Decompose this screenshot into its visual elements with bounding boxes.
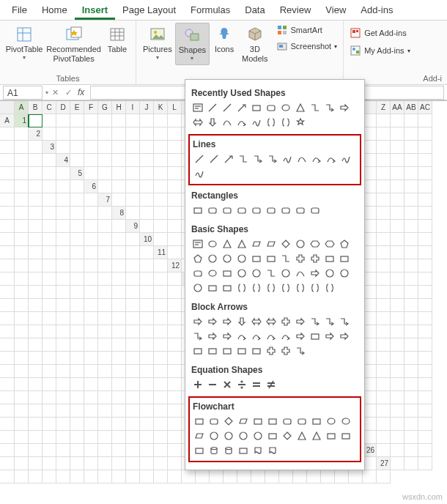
cell[interactable] xyxy=(126,167,140,180)
cell[interactable] xyxy=(168,391,182,404)
cell[interactable] xyxy=(43,444,56,457)
cell[interactable] xyxy=(70,180,84,193)
cell[interactable] xyxy=(404,233,418,246)
cell[interactable] xyxy=(404,180,418,193)
cell[interactable] xyxy=(0,391,15,404)
cell[interactable] xyxy=(15,418,29,431)
cell[interactable] xyxy=(98,444,112,457)
cell[interactable] xyxy=(168,352,182,365)
cell[interactable] xyxy=(112,220,126,233)
cell[interactable] xyxy=(0,457,15,470)
shape-rect[interactable] xyxy=(309,330,321,342)
cell[interactable] xyxy=(15,352,29,365)
tab-view[interactable]: View xyxy=(318,1,353,20)
cell[interactable] xyxy=(0,127,15,141)
cell[interactable] xyxy=(56,286,70,299)
cell[interactable] xyxy=(98,418,112,431)
cell[interactable] xyxy=(404,325,418,338)
cell[interactable] xyxy=(391,259,404,273)
shape-rect[interactable] xyxy=(193,415,205,427)
cell[interactable] xyxy=(56,273,70,286)
cell[interactable] xyxy=(84,141,98,154)
cell[interactable] xyxy=(418,273,432,286)
cell[interactable] xyxy=(112,391,126,404)
shape-circ[interactable] xyxy=(235,252,248,264)
cell[interactable] xyxy=(168,127,182,141)
cell[interactable] xyxy=(98,246,112,259)
cell[interactable] xyxy=(154,444,168,457)
cell[interactable] xyxy=(84,246,98,259)
cell[interactable] xyxy=(418,418,432,431)
cell[interactable] xyxy=(112,431,126,444)
shape-plus[interactable] xyxy=(265,344,277,357)
cell[interactable] xyxy=(404,220,418,233)
cell[interactable] xyxy=(43,391,56,404)
shape-rect[interactable] xyxy=(237,444,249,456)
cell[interactable] xyxy=(70,220,84,233)
column-header[interactable]: Z xyxy=(377,101,391,114)
cell[interactable] xyxy=(377,470,391,483)
column-header[interactable]: D xyxy=(56,101,70,114)
cell[interactable] xyxy=(418,193,432,207)
cell[interactable] xyxy=(126,312,140,325)
shape-rrect[interactable] xyxy=(207,415,220,427)
column-header[interactable]: AC xyxy=(418,101,432,114)
shape-elbow[interactable] xyxy=(237,152,249,165)
shape-down[interactable] xyxy=(206,116,218,128)
cell[interactable] xyxy=(126,233,140,246)
cell[interactable] xyxy=(70,312,84,325)
cell[interactable] xyxy=(377,273,391,286)
tab-pagelayout[interactable]: Page Layout xyxy=(115,1,183,20)
cell[interactable] xyxy=(43,154,56,167)
row-header[interactable]: 7 xyxy=(98,193,112,207)
cell[interactable] xyxy=(154,180,168,193)
column-header[interactable]: H xyxy=(112,101,126,114)
shape-rrect[interactable] xyxy=(250,204,262,216)
cell[interactable] xyxy=(56,444,70,457)
cell[interactable] xyxy=(126,391,140,404)
cell[interactable] xyxy=(140,259,154,273)
cell[interactable] xyxy=(15,378,29,391)
cell[interactable] xyxy=(0,299,15,312)
cell[interactable] xyxy=(265,470,279,483)
cell[interactable] xyxy=(140,378,154,391)
cell[interactable] xyxy=(15,127,29,141)
cell[interactable] xyxy=(15,431,29,444)
get-addins-button[interactable]: Get Add-ins xyxy=(347,26,408,40)
shape-para[interactable] xyxy=(237,415,249,427)
shape-brace[interactable] xyxy=(265,116,277,128)
cell[interactable] xyxy=(15,444,29,457)
cell[interactable] xyxy=(140,127,154,141)
cell[interactable] xyxy=(15,259,29,273)
cell[interactable] xyxy=(0,431,15,444)
shape-rect[interactable] xyxy=(235,344,248,357)
cell[interactable] xyxy=(0,141,15,154)
cell[interactable] xyxy=(112,273,126,286)
cell[interactable] xyxy=(56,114,70,127)
cell[interactable] xyxy=(56,391,70,404)
cell[interactable] xyxy=(126,141,140,154)
cell[interactable] xyxy=(140,141,154,154)
shape-free[interactable] xyxy=(193,167,205,179)
cancel-button[interactable]: ✕ xyxy=(48,88,62,97)
cell[interactable] xyxy=(29,286,43,299)
cell[interactable] xyxy=(56,338,70,352)
cell[interactable] xyxy=(391,246,404,259)
cell[interactable] xyxy=(140,418,154,431)
shape-rarrow[interactable] xyxy=(206,330,218,342)
cell[interactable] xyxy=(140,299,154,312)
cell[interactable] xyxy=(98,312,112,325)
shape-rect[interactable] xyxy=(191,344,204,357)
cell[interactable] xyxy=(377,127,391,141)
column-header[interactable]: I xyxy=(126,101,140,114)
cell[interactable] xyxy=(98,167,112,180)
shape-rect[interactable] xyxy=(250,252,262,264)
cell[interactable] xyxy=(349,470,363,483)
shape-circ[interactable] xyxy=(338,267,350,279)
column-header[interactable]: F xyxy=(84,101,98,114)
shape-elbow[interactable] xyxy=(265,267,277,279)
shape-elbowa[interactable] xyxy=(266,152,278,165)
cell[interactable] xyxy=(154,431,168,444)
cell[interactable] xyxy=(29,193,43,207)
cell[interactable] xyxy=(404,404,418,418)
